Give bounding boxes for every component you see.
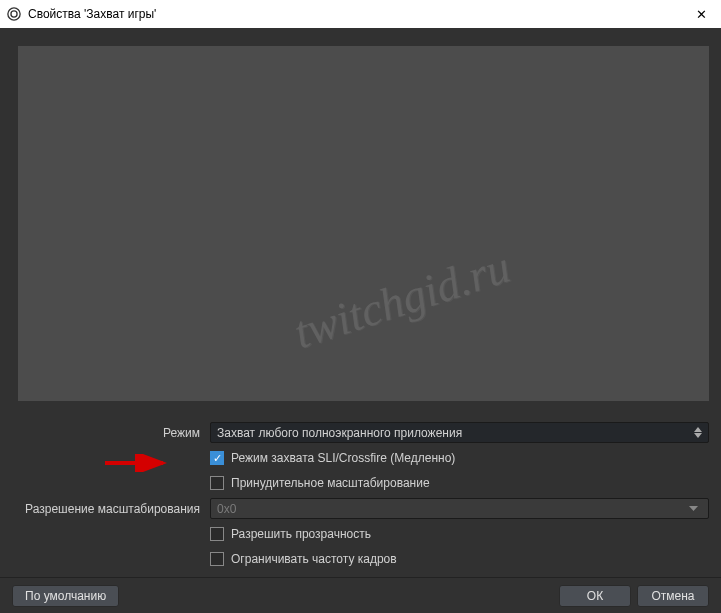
window-title: Свойства 'Захват игры' — [28, 7, 156, 21]
defaults-button[interactable]: По умолчанию — [12, 585, 119, 607]
mode-select[interactable]: Захват любого полноэкранного приложения — [210, 422, 709, 443]
limit-fps-label: Ограничивать частоту кадров — [231, 552, 397, 566]
scaling-res-select[interactable]: 0x0 — [210, 498, 709, 519]
mode-label: Режим — [12, 426, 210, 440]
limit-fps-checkbox[interactable]: Ограничивать частоту кадров — [210, 552, 397, 566]
obs-icon — [6, 6, 22, 22]
preview-area — [18, 46, 709, 401]
transparency-checkbox[interactable]: Разрешить прозрачность — [210, 527, 371, 541]
titlebar: Свойства 'Захват игры' ✕ — [0, 0, 721, 28]
settings-form: Режим Захват любого полноэкранного прило… — [12, 422, 709, 573]
ok-button[interactable]: ОК — [559, 585, 631, 607]
scaling-res-label: Разрешение масштабирования — [12, 502, 210, 516]
transparency-label: Разрешить прозрачность — [231, 527, 371, 541]
mode-select-value: Захват любого полноэкранного приложения — [217, 426, 462, 440]
svg-point-0 — [8, 8, 20, 20]
sli-crossfire-checkbox[interactable]: Режим захвата SLI/Crossfire (Медленно) — [210, 451, 455, 465]
cancel-button[interactable]: Отмена — [637, 585, 709, 607]
close-button[interactable]: ✕ — [681, 0, 721, 28]
checkbox-icon — [210, 552, 224, 566]
checkbox-icon — [210, 476, 224, 490]
svg-point-1 — [11, 11, 17, 17]
dialog-footer: По умолчанию ОК Отмена — [0, 577, 721, 613]
sli-crossfire-label: Режим захвата SLI/Crossfire (Медленно) — [231, 451, 455, 465]
force-scaling-label: Принудительное масштабирование — [231, 476, 430, 490]
chevron-down-icon — [684, 506, 702, 512]
dialog-body: twitchgid.ru Режим Захват любого полноэк… — [0, 28, 721, 613]
force-scaling-checkbox[interactable]: Принудительное масштабирование — [210, 476, 430, 490]
checkbox-icon — [210, 451, 224, 465]
scaling-res-value: 0x0 — [217, 502, 236, 516]
updown-icon — [694, 427, 702, 438]
checkbox-icon — [210, 527, 224, 541]
